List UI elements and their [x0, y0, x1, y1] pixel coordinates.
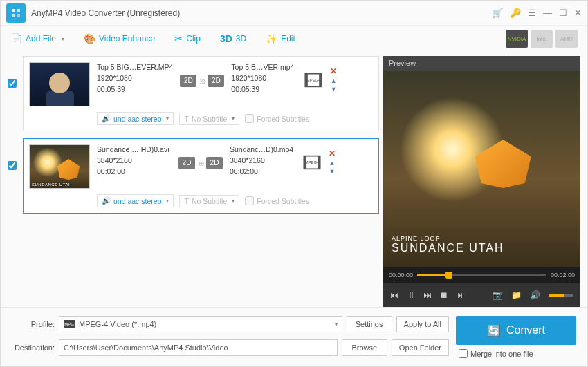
enhance-label: Video Enhance [99, 34, 155, 44]
source-name: Top 5 BIG…EVER.MP4 [97, 62, 173, 73]
volume-slider[interactable] [549, 294, 573, 297]
maximize-icon[interactable]: ☐ [559, 8, 567, 18]
dest-info: Top 5 B…VER.mp4 1920*1080 00:05:39 [231, 62, 297, 95]
remove-button[interactable]: ✕ [329, 149, 336, 158]
move-down-button[interactable]: ▼ [329, 168, 336, 175]
clip-button[interactable]: ✂ Clip [174, 33, 201, 44]
subtitle-select[interactable]: T No Subtitle ▾ [179, 113, 239, 125]
source-res: 3840*2160 [97, 156, 172, 167]
audio-label: und aac stereo [113, 197, 161, 205]
mpg-icon: MPG [64, 320, 75, 328]
snapshot-button[interactable]: 📷 [493, 290, 503, 300]
svg-rect-3 [17, 14, 20, 17]
move-down-button[interactable]: ▼ [331, 86, 337, 93]
file-card[interactable]: Top 5 BIG…EVER.MP4 1920*1080 00:05:39 2D… [23, 56, 379, 131]
next-button[interactable]: ⏭ [423, 290, 432, 300]
file-row: SUNDANCE UTAH Sundance … HD)0.avi 3840*2… [8, 138, 379, 214]
time-current: 00:00:00 [389, 272, 413, 279]
forced-sub-label: Forced Subtitles [257, 197, 309, 205]
destination-input[interactable]: C:\Users\User\Documents\AnyMP4 Studio\Vi… [59, 339, 338, 356]
volume-icon[interactable]: 🔊 [530, 290, 540, 300]
dropdown-icon: ▾ [166, 115, 169, 122]
forced-sub-checkbox[interactable] [245, 114, 254, 123]
edit-button[interactable]: ✨ Edit [266, 33, 295, 44]
source-info: Top 5 BIG…EVER.MP4 1920*1080 00:05:39 [97, 62, 173, 95]
move-up-button[interactable]: ▲ [329, 160, 336, 167]
remove-button[interactable]: ✕ [330, 66, 337, 76]
source-res: 1920*1080 [97, 73, 173, 84]
gpu-nvidia[interactable]: NVIDIA [506, 30, 528, 48]
edit-label: Edit [281, 34, 295, 44]
speaker-icon: 🔊 [102, 196, 111, 205]
prev-button[interactable]: ⏮ [390, 290, 398, 300]
seek-slider[interactable] [417, 274, 546, 276]
step-forward-button[interactable]: ⏯ [457, 290, 465, 300]
apply-all-button[interactable]: Apply to All [396, 316, 449, 332]
source-dur: 00:05:39 [97, 84, 173, 95]
subtitle-select[interactable]: T No Subtitle ▾ [179, 195, 239, 207]
2d-badge: 2D [208, 75, 224, 87]
3d-button[interactable]: 3D 3D [220, 33, 246, 44]
add-file-icon: 📄 [10, 33, 22, 44]
close-icon[interactable]: ✕ [574, 8, 582, 18]
preview-video[interactable]: ALPINE LOOP SUNDANCE UTAH [383, 71, 580, 267]
source-name: Sundance … HD)0.avi [97, 144, 172, 156]
open-folder-button[interactable]: Open Folder [392, 339, 449, 356]
bottom-panel: Profile: MPG MPEG-4 Video (*.mp4) ▾ Sett… [1, 307, 587, 366]
forced-sub-label: Forced Subtitles [257, 115, 309, 123]
merge-checkbox-row[interactable]: Merge into one file [456, 349, 576, 358]
format-icon[interactable]: MPEG4 [304, 70, 323, 90]
minimize-icon[interactable]: — [543, 8, 552, 18]
dest-res: 3840*2160 [230, 156, 295, 167]
svg-text:MPEG4: MPEG4 [306, 78, 321, 82]
destination-label: Destination: [12, 344, 55, 352]
format-icon[interactable]: MPEG4 [302, 153, 322, 172]
stop-button[interactable]: ⏹ [440, 290, 448, 300]
key-icon[interactable]: 🔑 [510, 8, 521, 18]
speaker-icon: 🔊 [102, 114, 111, 123]
gpu-intel[interactable]: Intel [531, 30, 553, 48]
pause-button[interactable]: ⏸ [407, 290, 415, 300]
clip-label: Clip [186, 34, 201, 44]
thumb-caption: SUNDANCE UTAH [32, 182, 72, 187]
svg-text:MPEG4: MPEG4 [305, 160, 320, 164]
convert-icon: 🔄 [487, 324, 501, 337]
move-up-button[interactable]: ▲ [331, 77, 337, 84]
dropdown-icon: ▾ [232, 198, 235, 204]
thumbnail [29, 62, 90, 106]
dest-name: Top 5 B…VER.mp4 [231, 62, 297, 73]
audio-select[interactable]: 🔊 und aac stereo ▾ [97, 112, 174, 125]
dropdown-icon: ▾ [166, 198, 169, 204]
audio-select[interactable]: 🔊 und aac stereo ▾ [97, 194, 174, 207]
gpu-amd[interactable]: AMD [555, 30, 578, 48]
add-file-button[interactable]: 📄 Add File ▾ [10, 33, 64, 44]
player-controls: ⏮ ⏸ ⏭ ⏹ ⏯ 📷 📁 🔊 [383, 283, 580, 307]
profile-select[interactable]: MPG MPEG-4 Video (*.mp4) ▾ [59, 316, 342, 332]
row-checkbox[interactable] [8, 79, 17, 88]
merge-checkbox[interactable] [459, 349, 468, 358]
svg-rect-2 [12, 14, 15, 17]
add-file-label: Add File [26, 34, 56, 44]
preview-title: SUNDANCE UTAH [383, 242, 580, 267]
dest-info: Sundanc…D)0.mp4 3840*2160 00:02:00 [230, 144, 295, 177]
cart-icon[interactable]: 🛒 [492, 8, 503, 18]
thumbnail: SUNDANCE UTAH [29, 144, 90, 189]
titlebar: AnyMP4 Video Converter (Unregistered) 🛒 … [1, 1, 587, 26]
preview-overline: ALPINE LOOP [383, 235, 580, 242]
folder-button[interactable]: 📁 [511, 290, 522, 300]
dest-res: 1920*1080 [231, 73, 297, 84]
file-card[interactable]: SUNDANCE UTAH Sundance … HD)0.avi 3840*2… [23, 138, 379, 214]
dropdown-icon: ▾ [335, 321, 338, 328]
forced-sub-checkbox[interactable] [245, 196, 254, 205]
convert-button[interactable]: 🔄 Convert [456, 316, 576, 345]
row-checkbox[interactable] [8, 161, 17, 170]
2d-badge: 2D [178, 157, 195, 169]
settings-button[interactable]: Settings [347, 316, 392, 332]
time-end: 00:02:00 [551, 272, 575, 279]
audio-label: und aac stereo [113, 115, 161, 123]
menu-icon[interactable]: ☰ [528, 8, 536, 18]
app-logo-icon [6, 3, 26, 23]
subtitle-label: No Subtitle [192, 115, 227, 123]
browse-button[interactable]: Browse [342, 339, 387, 356]
video-enhance-button[interactable]: 🎨 Video Enhance [84, 33, 155, 44]
